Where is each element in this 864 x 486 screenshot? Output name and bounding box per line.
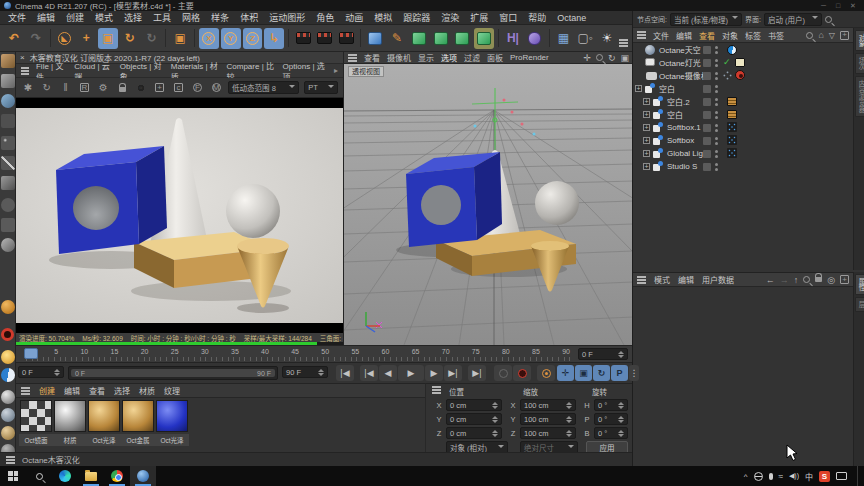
timeline-ruler[interactable]: 0510 152025 303540 455055 606570 758085 … <box>16 345 632 363</box>
primitive-cube-icon[interactable] <box>365 28 385 49</box>
gear-icon[interactable] <box>1 300 15 314</box>
scale-tool-icon[interactable]: ▣ <box>98 28 118 49</box>
window-controls[interactable]: ─ □ ✕ <box>821 2 860 10</box>
om-menu-objects[interactable]: 对象 <box>722 30 738 41</box>
polygons-mode-icon[interactable] <box>1 176 15 190</box>
cinema4d-taskbar-icon[interactable] <box>130 466 156 486</box>
sun-icon[interactable] <box>1 350 15 364</box>
enable-toggle[interactable] <box>703 85 711 93</box>
viewport-canvas[interactable]: 透视视图 <box>344 64 633 345</box>
file-explorer-icon[interactable] <box>78 466 104 486</box>
prev-frame-icon[interactable]: ◀ <box>379 365 397 381</box>
visibility-dots[interactable] <box>715 59 718 67</box>
key-position-icon[interactable]: ✛ <box>557 365 574 381</box>
clay-mode-icon[interactable]: c <box>172 81 186 95</box>
ime-indicator[interactable]: 中 <box>805 471 813 482</box>
material-thumbnail[interactable] <box>156 400 188 432</box>
render-picture-viewer-icon[interactable] <box>315 28 335 49</box>
menu-item[interactable]: 网格 <box>182 11 200 24</box>
object-row[interactable]: Octane摄像机 <box>633 69 853 82</box>
enable-toggle[interactable] <box>703 111 711 119</box>
rotation-p-field[interactable]: 0 ° <box>594 413 628 425</box>
object-row[interactable]: Octane天空 <box>633 43 853 56</box>
move-tool-icon[interactable]: + <box>76 28 96 49</box>
hamburger-menu-icon[interactable] <box>637 31 646 33</box>
octane-environment-tag-icon[interactable] <box>727 45 737 55</box>
enable-toggle[interactable] <box>703 124 711 132</box>
show-desktop-button[interactable] <box>857 466 860 486</box>
object-row[interactable]: + Global Light <box>633 147 853 160</box>
object-row[interactable]: Octane灯光 ✓ <box>633 56 853 69</box>
viewport-menu-filter[interactable]: 过滤 <box>464 52 480 63</box>
menu-item[interactable]: 选择 <box>124 11 142 24</box>
menu-item[interactable]: 编辑 <box>37 11 55 24</box>
hamburger-menu-icon[interactable] <box>21 67 29 69</box>
pla-icon[interactable]: ⋮ <box>629 365 639 381</box>
goto-start-icon[interactable]: |◀ <box>336 365 354 381</box>
keyframe-selection-icon[interactable] <box>537 365 555 381</box>
menu-item-octane[interactable]: Octane <box>557 13 586 23</box>
floor-icon[interactable]: ▦ <box>554 28 574 49</box>
last-tool-icon[interactable]: ↻ <box>142 28 162 49</box>
expand-icon[interactable]: + <box>643 150 650 157</box>
coord-mode-icon[interactable]: ▣ <box>170 28 190 49</box>
enable-toggle[interactable] <box>703 150 711 158</box>
make-editable-icon[interactable] <box>1 54 15 68</box>
x-axis-lock-icon[interactable]: X <box>199 28 219 49</box>
material-thumbnail[interactable] <box>88 400 120 432</box>
visibility-dots[interactable] <box>715 85 718 93</box>
goto-end-icon[interactable]: ▶| <box>468 365 486 381</box>
menu-item[interactable]: 创建 <box>66 11 84 24</box>
end-frame-spinner[interactable]: 90 F <box>282 366 328 378</box>
focus-picker-icon[interactable]: F <box>190 81 204 95</box>
chrome-icon[interactable] <box>104 466 130 486</box>
key-parameter-icon[interactable]: P <box>611 365 628 381</box>
current-frame-spinner[interactable]: 0 F <box>18 366 64 378</box>
back-icon[interactable]: ← <box>766 275 775 285</box>
om-menu-view[interactable]: 查看 <box>699 30 715 41</box>
light-grid-tag-icon[interactable] <box>727 122 737 132</box>
record-keyframe-icon[interactable] <box>494 365 512 381</box>
object-row[interactable]: + Softbox.1 <box>633 121 853 134</box>
expand-icon[interactable]: + <box>643 98 650 105</box>
om-menu-file[interactable]: 文件 <box>653 30 669 41</box>
interface-dropdown[interactable]: 启动 (用户) <box>764 13 822 26</box>
light-grid-tag-icon[interactable] <box>727 148 737 158</box>
up-icon[interactable]: ↑ <box>794 275 799 285</box>
object-row[interactable]: + Studio S <box>633 160 853 173</box>
tray-chevron-icon[interactable]: ^ <box>744 472 748 481</box>
kernel-dropdown[interactable]: PT <box>304 81 338 94</box>
attr-menu-userdata[interactable]: 用户数据 <box>702 274 734 285</box>
edges-mode-icon[interactable] <box>1 156 15 170</box>
menu-item[interactable]: 模式 <box>95 11 113 24</box>
attr-menu-mode[interactable]: 模式 <box>654 274 670 285</box>
menu-item[interactable]: 体积 <box>240 11 258 24</box>
position-x-field[interactable]: 0 cm <box>446 399 502 411</box>
enable-toggle[interactable] <box>703 137 711 145</box>
viewport-menu-panel[interactable]: 面板 <box>487 52 503 63</box>
enable-toggle[interactable] <box>703 59 711 67</box>
expand-icon[interactable]: + <box>643 124 650 131</box>
pan-view-icon[interactable]: ✛ <box>583 53 591 63</box>
model-mode-icon[interactable] <box>1 74 15 88</box>
light-grid-tag-icon[interactable] <box>727 135 737 145</box>
visibility-dots[interactable] <box>715 111 718 119</box>
render-start-icon[interactable]: ✱ <box>21 81 35 95</box>
visibility-dots[interactable] <box>715 124 718 132</box>
position-z-field[interactable]: 0 cm <box>446 427 502 439</box>
field-icon[interactable]: H| <box>503 28 523 49</box>
mograph-cloner-icon[interactable] <box>474 28 494 49</box>
home-icon[interactable]: ⌂ <box>818 30 823 40</box>
octane-camera-tag-icon[interactable] <box>735 70 745 80</box>
visibility-dots[interactable] <box>715 72 718 80</box>
spline-pen-icon[interactable]: ✎ <box>387 28 407 49</box>
coordinates-icon[interactable] <box>1 368 15 382</box>
compositing-tag-icon[interactable] <box>727 110 737 119</box>
camera-ball-icon[interactable]: ◦ <box>134 81 148 95</box>
rotation-h-field[interactable]: 0 ° <box>594 399 628 411</box>
menu-item[interactable]: 跟踪器 <box>403 11 430 24</box>
coord-system-icon[interactable]: ↳ <box>264 28 284 49</box>
menu-item[interactable]: 扩展 <box>470 11 488 24</box>
enable-axis-icon[interactable] <box>1 198 15 212</box>
menu-item[interactable]: 模拟 <box>374 11 392 24</box>
